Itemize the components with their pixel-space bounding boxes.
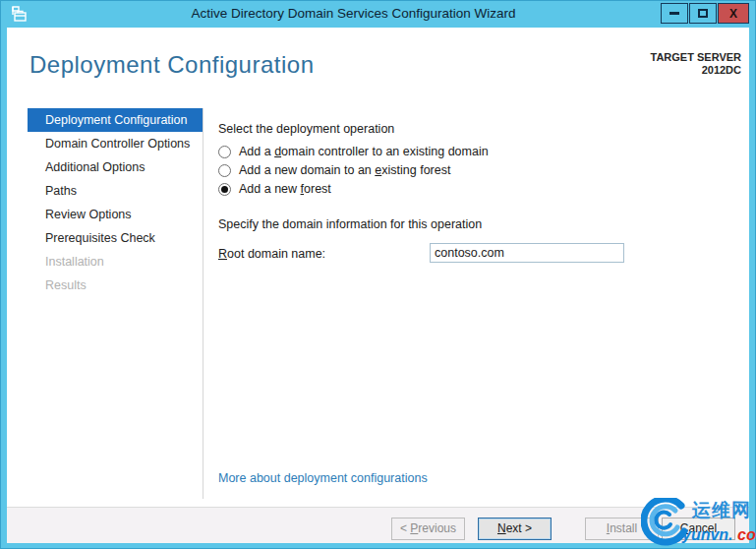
close-icon: X — [729, 8, 737, 20]
operation-heading: Select the deployment operation — [218, 122, 394, 136]
server-manager-icon — [10, 4, 29, 24]
sidebar-item-installation: Installation — [28, 250, 203, 274]
install-button: Install — [585, 518, 659, 540]
radio-add-new-forest[interactable]: Add a new forest — [218, 182, 331, 196]
sidebar-item-domain-controller-options[interactable]: Domain Controller Options — [28, 132, 203, 155]
close-button[interactable]: X — [718, 3, 749, 24]
radio-add-new-domain[interactable]: Add a new domain to an existing forest — [218, 163, 450, 177]
sidebar-item-prerequisites-check[interactable]: Prerequisites Check — [28, 226, 203, 250]
root-domain-label: Root domain name: — [218, 247, 325, 261]
sidebar-item-results: Results — [28, 274, 203, 297]
minimize-button[interactable] — [661, 3, 688, 24]
more-about-link[interactable]: More about deployment configurations — [218, 471, 428, 485]
next-button[interactable]: Next > — [478, 518, 552, 540]
radio-button[interactable] — [218, 164, 231, 177]
sidebar-separator — [203, 108, 204, 499]
radio-label: Add a domain controller to an existing d… — [239, 145, 489, 158]
window-title: Active Directory Domain Services Configu… — [59, 6, 648, 21]
radio-label: Add a new forest — [239, 182, 331, 196]
footer-bar: < Previous Next > Install Cancel — [7, 507, 749, 543]
wizard-window: Active Directory Domain Services Configu… — [0, 0, 756, 549]
sidebar-item-review-options[interactable]: Review Options — [28, 203, 203, 226]
radio-add-domain-controller[interactable]: Add a domain controller to an existing d… — [218, 145, 489, 158]
previous-button: < Previous — [391, 518, 465, 540]
radio-button[interactable] — [218, 146, 231, 158]
maximize-icon — [698, 9, 708, 18]
domain-info-heading: Specify the domain information for this … — [218, 217, 482, 231]
main-pane: Select the deployment operation Add a do… — [218, 28, 749, 507]
wizard-steps-sidebar: Deployment Configuration Domain Controll… — [28, 108, 203, 297]
minimize-icon — [669, 12, 679, 15]
sidebar-item-additional-options[interactable]: Additional Options — [28, 155, 203, 179]
cancel-button[interactable]: Cancel — [662, 518, 735, 540]
root-domain-input[interactable] — [430, 243, 624, 263]
wizard-content: Deployment Configuration TARGET SERVER 2… — [7, 28, 749, 507]
radio-label: Add a new domain to an existing forest — [239, 163, 450, 177]
sidebar-item-paths[interactable]: Paths — [28, 179, 203, 203]
titlebar[interactable]: Active Directory Domain Services Configu… — [0, 0, 756, 28]
sidebar-item-deployment-configuration[interactable]: Deployment Configuration — [28, 108, 203, 132]
radio-button[interactable] — [218, 183, 231, 196]
maximize-button[interactable] — [689, 3, 717, 24]
